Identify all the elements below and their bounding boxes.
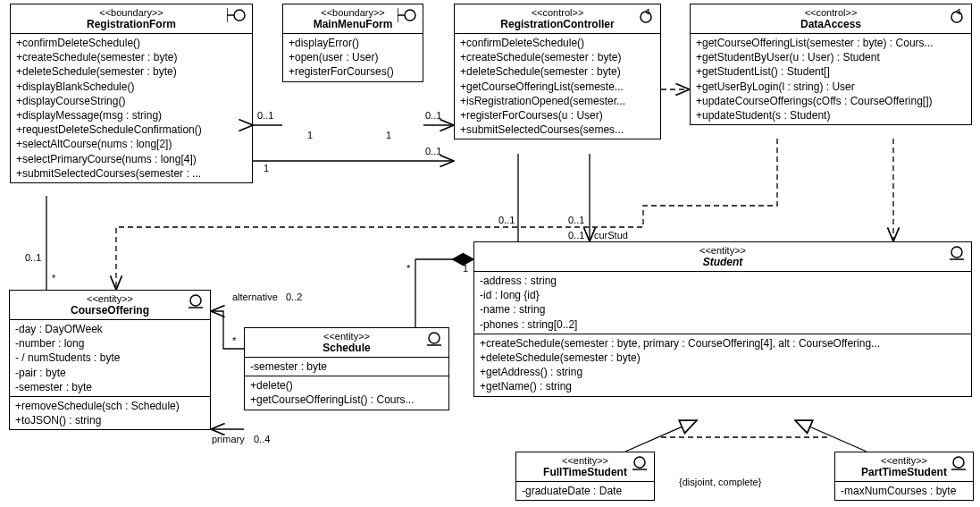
mult-label: 0..1 — [425, 110, 441, 121]
mult-label: 1 — [463, 263, 468, 274]
mult-label: 0..1 — [498, 215, 515, 225]
class-schedule: <<entity>> Schedule -semester : byte +de… — [244, 327, 449, 410]
mult-label: 0..2 — [286, 292, 302, 302]
control-icon — [639, 8, 655, 27]
mult-label: 0..1 — [257, 110, 273, 121]
role-label: alternative — [232, 292, 278, 302]
mult-label: * — [52, 273, 55, 283]
class-course-offering: <<entity>> CourseOffering -day : DayOfWe… — [9, 290, 211, 430]
constraint-label: {disjoint, complete} — [679, 477, 761, 487]
class-part-time-student: <<entity>> PartTimeStudent -maxNumCourse… — [834, 452, 974, 501]
mult-label: 0..1 — [568, 215, 584, 225]
class-data-access: <<control>> DataAccess +getCourseOfferin… — [690, 4, 972, 125]
mult-label: 1 — [264, 163, 269, 173]
entity-icon — [950, 246, 966, 265]
control-icon — [950, 8, 966, 27]
class-full-time-student: <<entity>> FullTimeStudent -graduateDate… — [515, 452, 655, 501]
mult-label: 1 — [307, 130, 313, 140]
mult-label: 0..4 — [254, 434, 270, 444]
mult-label: 0..1 — [425, 146, 441, 156]
entity-icon — [427, 332, 443, 351]
boundary-icon — [398, 8, 417, 27]
mult-label: * — [232, 335, 236, 346]
entity-icon — [188, 294, 205, 313]
entity-icon — [951, 456, 967, 475]
role-label: curStud — [594, 230, 628, 241]
boundary-icon — [227, 8, 247, 27]
entity-icon — [632, 456, 649, 475]
class-registration-form: <<boundary>> RegistrationForm +confirmDe… — [10, 4, 253, 183]
mult-label: 0..1 — [25, 252, 41, 263]
mult-label: 0..1 — [568, 230, 584, 241]
class-main-menu-form: <<boundary>> MainMenuForm +displayError(… — [282, 4, 423, 82]
mult-label: 1 — [386, 130, 391, 140]
mult-label: * — [406, 263, 410, 274]
class-student: <<entity>> Student -address : string -id… — [473, 241, 972, 397]
role-label: primary — [212, 434, 245, 444]
class-registration-controller: <<control>> RegistrationController +conf… — [454, 4, 661, 139]
